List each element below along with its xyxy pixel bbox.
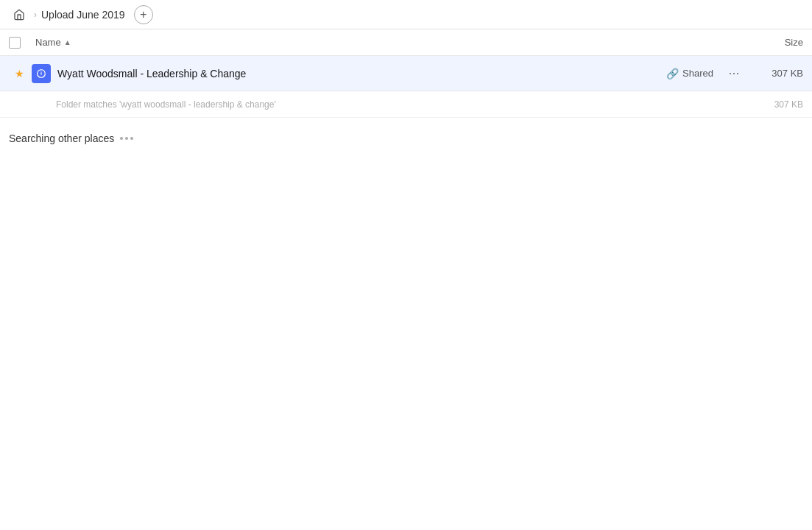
loading-indicator: [120, 137, 133, 140]
folder-match-hint-row: Folder matches 'wyatt woodsmall - leader…: [0, 91, 812, 118]
file-name: Wyatt Woodsmall - Leadership & Change: [57, 68, 666, 80]
select-all-checkbox-area: [9, 37, 35, 49]
home-button[interactable]: [9, 4, 29, 25]
folder-match-size: 307 KB: [752, 99, 803, 110]
name-column-header[interactable]: Name ▲: [35, 37, 744, 48]
searching-text: Searching other places: [9, 132, 114, 144]
breadcrumb-title: Upload June 2019: [41, 9, 125, 21]
new-folder-button[interactable]: +: [134, 5, 153, 24]
more-options-button[interactable]: ···: [722, 66, 746, 81]
breadcrumb-chevron: ›: [34, 10, 37, 20]
select-all-checkbox[interactable]: [9, 37, 21, 49]
column-headers: Name ▲ Size: [0, 29, 812, 56]
size-column-header: Size: [744, 37, 803, 48]
file-row[interactable]: ★ Wyatt Woodsmall - Leadership & Change …: [0, 56, 812, 91]
sort-arrow-icon: ▲: [64, 38, 71, 46]
header-bar: › Upload June 2019 +: [0, 0, 812, 29]
shared-status: 🔗 Shared: [666, 68, 713, 80]
star-icon[interactable]: ★: [9, 68, 29, 80]
folder-match-text: Folder matches 'wyatt woodsmall - leader…: [56, 99, 752, 110]
file-size: 307 KB: [752, 68, 803, 79]
searching-section: Searching other places: [0, 118, 812, 159]
link-icon: 🔗: [666, 68, 679, 80]
file-type-icon: [29, 64, 53, 83]
